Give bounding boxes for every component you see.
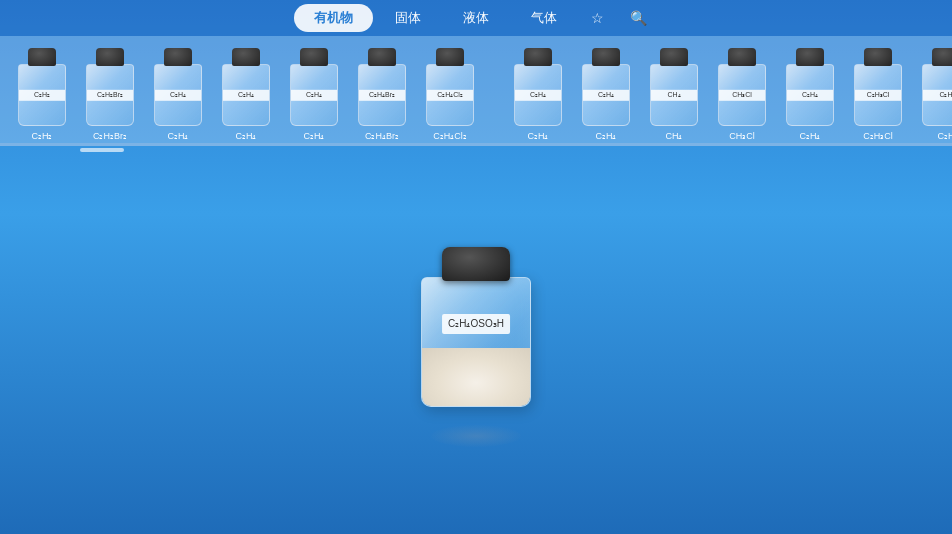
bottle-name: C₂H₃Cl <box>863 131 893 142</box>
scroll-indicator[interactable] <box>80 148 124 152</box>
main-bottle-area: C₂H₄OSO₃H <box>0 160 952 534</box>
list-item[interactable]: C₂H₄ C₂H₄ <box>572 48 640 142</box>
bottle-body: C₂H₂Br₂ <box>86 64 134 126</box>
tab-gas[interactable]: 气体 <box>511 4 577 32</box>
main-bottle-formula: C₂H₄OSO₃H <box>442 314 510 334</box>
bottle-cap <box>796 48 824 66</box>
main-bottle-body: C₂H₄OSO₃H <box>421 277 531 407</box>
bottle-body: C₂H₄ <box>582 64 630 126</box>
list-item[interactable]: CH₃Cl CH₃Cl <box>708 48 776 142</box>
bottle-cap <box>524 48 552 66</box>
list-item[interactable]: C₂H₄ C₂H₄ <box>776 48 844 142</box>
main-bottle-container[interactable]: C₂H₄OSO₃H <box>421 247 531 447</box>
shelf-line <box>0 143 952 146</box>
search-icon[interactable]: 🔍 <box>618 5 659 31</box>
bottle-formula: C₂H₂ <box>19 90 65 100</box>
bottle-formula: C₂H <box>923 90 952 100</box>
bottle-cap <box>728 48 756 66</box>
bottle-name: C₂H₄ <box>236 131 257 142</box>
list-item[interactable]: C₂H₂ C₂H₂ <box>8 48 76 142</box>
list-item[interactable]: C₂H₄Cl₂ C₂H₄Cl₂ <box>416 48 484 142</box>
bottle-cap <box>368 48 396 66</box>
bottle-cap <box>592 48 620 66</box>
bottle-body: C₂H₂ <box>18 64 66 126</box>
bottle-formula: C₂H₄Br₂ <box>359 90 405 100</box>
bottle-powder <box>422 348 530 406</box>
tab-solid[interactable]: 固体 <box>375 4 441 32</box>
chemical-shelf: C₂H₂ C₂H₂ C₂H₂Br₂ C₂H₂Br₂ C₂H₄ C₂H₄ <box>0 36 952 146</box>
star-icon[interactable]: ☆ <box>579 5 616 31</box>
bottle-name: C₂H₄ <box>800 131 821 142</box>
list-item[interactable]: C₂H₄ C₂H₄ <box>504 48 572 142</box>
bottle-formula: C₂H₄ <box>223 90 269 100</box>
bottle-body: C₂H₄Br₂ <box>358 64 406 126</box>
list-item[interactable]: C₂H C₂H <box>912 48 952 142</box>
bottle-name: CH₃Cl <box>729 131 755 142</box>
list-item[interactable]: C₂H₄ C₂H₄ <box>280 48 348 142</box>
bottle-formula: C₂H₄ <box>155 90 201 100</box>
bottle-cap <box>436 48 464 66</box>
list-item[interactable]: C₂H₃Cl C₂H₃Cl <box>844 48 912 142</box>
list-item[interactable]: CH₄ CH₄ <box>640 48 708 142</box>
top-navigation: 有机物 固体 液体 气体 ☆ 🔍 <box>0 0 952 36</box>
tab-liquid[interactable]: 液体 <box>443 4 509 32</box>
bottle-name: C₂H₂ <box>32 131 53 142</box>
bottle-name: C₂H₄ <box>596 131 617 142</box>
main-bottle-cap <box>442 247 510 281</box>
bottle-cap <box>28 48 56 66</box>
tab-organic[interactable]: 有机物 <box>294 4 373 32</box>
bottle-name: C₂H₄ <box>168 131 189 142</box>
bottle-name: C₂H₄ <box>304 131 325 142</box>
bottle-cap <box>660 48 688 66</box>
bottle-formula: C₂H₂Br₂ <box>87 90 133 100</box>
bottle-cap <box>164 48 192 66</box>
list-item[interactable]: C₂H₄ C₂H₄ <box>144 48 212 142</box>
bottle-name: C₂H₄Br₂ <box>365 131 399 142</box>
bottle-body: C₂H₄ <box>154 64 202 126</box>
list-item[interactable]: C₂H₄Br₂ C₂H₄Br₂ <box>348 48 416 142</box>
bottle-formula: C₂H₄ <box>583 90 629 100</box>
bottle-body: C₂H₄ <box>222 64 270 126</box>
bottle-name: C₂H₂Br₂ <box>93 131 127 142</box>
list-item[interactable]: C₂H₂Br₂ C₂H₂Br₂ <box>76 48 144 142</box>
bottle-formula: CH₃Cl <box>719 90 765 100</box>
list-item[interactable]: C₂H₄ C₂H₄ <box>212 48 280 142</box>
bottle-body: C₂H₄ <box>786 64 834 126</box>
bottle-name: C₂H <box>938 131 953 142</box>
bottle-body: C₂H <box>922 64 952 126</box>
bottle-body: C₂H₃Cl <box>854 64 902 126</box>
bottle-cap <box>300 48 328 66</box>
bottle-body: C₂H₄Cl₂ <box>426 64 474 126</box>
bottle-shadow <box>431 425 521 447</box>
bottle-formula: CH₄ <box>651 90 697 100</box>
bottle-formula: C₂H₄Cl₂ <box>427 90 473 100</box>
bottle-formula: C₂H₄ <box>291 90 337 100</box>
bottle-body: CH₃Cl <box>718 64 766 126</box>
bottle-body: C₂H₄ <box>290 64 338 126</box>
bottle-track: C₂H₂ C₂H₂ C₂H₂Br₂ C₂H₂Br₂ C₂H₄ C₂H₄ <box>0 48 952 142</box>
bottle-cap <box>96 48 124 66</box>
bottle-name: C₂H₄ <box>528 131 549 142</box>
bottle-formula: C₂H₄ <box>787 90 833 100</box>
bottle-cap <box>232 48 260 66</box>
bottle-formula: C₂H₃Cl <box>855 90 901 100</box>
bottle-formula: C₂H₄ <box>515 90 561 100</box>
bottle-cap <box>932 48 952 66</box>
bottle-body: C₂H₄ <box>514 64 562 126</box>
bottle-name: C₂H₄Cl₂ <box>433 131 467 142</box>
bottle-name: CH₄ <box>666 131 683 142</box>
bottle-cap <box>864 48 892 66</box>
bottle-body: CH₄ <box>650 64 698 126</box>
